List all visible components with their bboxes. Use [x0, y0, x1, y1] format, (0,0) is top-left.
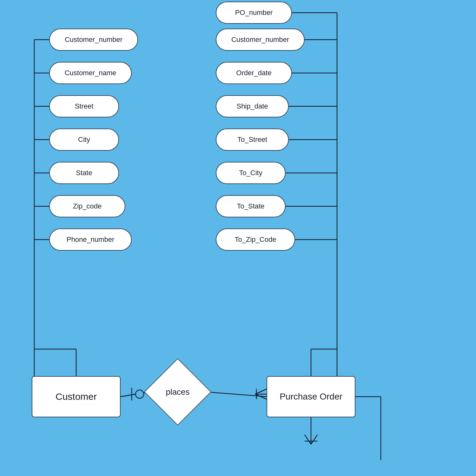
svg-line-27: [255, 389, 267, 394]
attribute-to-zip-code: To_Zip_Code: [216, 228, 295, 251]
relationship-label: places: [166, 387, 189, 397]
svg-point-26: [136, 390, 144, 398]
attribute-state: State: [49, 162, 119, 184]
attribute-order-date: Order_date: [216, 62, 292, 84]
diagram-container: Customer_number Customer_name Street Cit…: [0, 0, 476, 476]
attribute-to-street: To_Street: [216, 129, 289, 151]
attribute-order-customer-number: Customer_number: [216, 29, 305, 51]
svg-line-33: [311, 435, 317, 444]
attribute-to-state: To_State: [216, 195, 286, 217]
attribute-city: City: [49, 129, 119, 151]
svg-line-32: [305, 435, 311, 444]
attribute-to-city: To_City: [216, 162, 286, 184]
attribute-street: Street: [49, 95, 119, 117]
attribute-customer-number: Customer_number: [49, 29, 138, 51]
attribute-zip-code: Zip_code: [49, 195, 125, 217]
entity-customer: Customer: [32, 376, 121, 417]
relationship-places: places: [149, 363, 206, 420]
attribute-phone-number: Phone_number: [49, 228, 132, 251]
attribute-customer-name: Customer_name: [49, 62, 132, 84]
attribute-po-number: PO_number: [216, 2, 292, 24]
attribute-ship-date: Ship_date: [216, 95, 289, 117]
entity-purchase-order: Purchase Order: [267, 376, 355, 417]
